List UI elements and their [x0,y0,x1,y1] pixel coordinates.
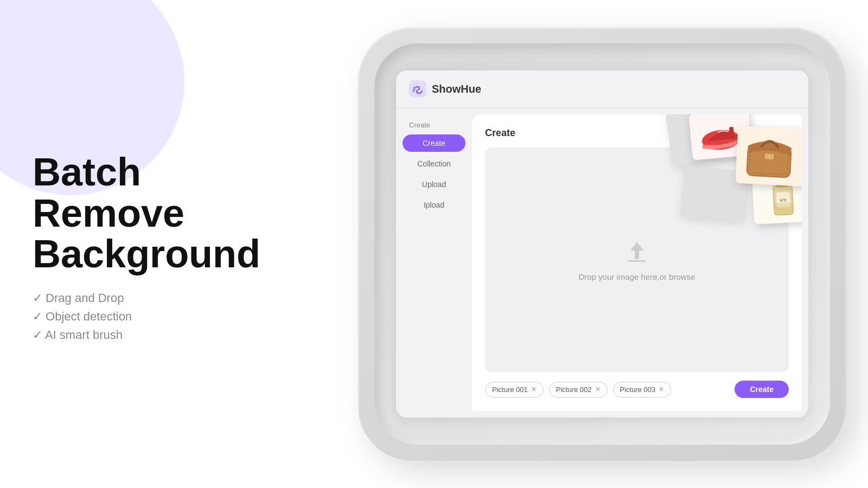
svg-point-1 [413,87,416,89]
sidebar-item-upload[interactable]: Upload [403,176,465,193]
sidebar-section-label: Create [403,119,465,131]
file-tag-2[interactable]: Picture 002 ✕ [549,382,608,397]
features-list: ✓ Drag and Drop ✓ Object detection ✓ AI … [33,291,260,342]
file-tag-1-close[interactable]: ✕ [531,386,537,393]
logo-icon [409,80,426,98]
feature-2: ✓ Object detection [33,310,260,324]
left-content: Batch Remove Background ✓ Drag and Drop … [33,152,260,346]
app-window: ShowHue Create Create Collection Upload … [396,70,808,418]
drop-zone-text: Drop your image here,or browse [578,272,695,281]
logo-text: ShowHue [432,83,481,95]
headline: Batch Remove Background [33,152,260,275]
sidebar-item-create[interactable]: Create [403,134,465,152]
main-content: Create Drop your image here,or browse Pi… [472,114,802,411]
file-tag-3-label: Picture 003 [620,386,656,394]
bottom-bar: Picture 001 ✕ Picture 002 ✕ Picture 003 … [485,381,789,398]
headline-line1: Batch [33,150,141,194]
file-tag-1-label: Picture 001 [492,386,528,394]
app-header: ShowHue [396,70,808,108]
svg-rect-0 [409,80,426,98]
sidebar: Create Create Collection Upload Ipload [396,108,472,418]
app-body: Create Create Collection Upload Ipload C… [396,108,808,418]
sidebar-item-ipload[interactable]: Ipload [403,196,465,214]
content-title: Create [485,127,789,139]
headline-line2: Remove [33,191,184,235]
svg-rect-2 [628,260,646,262]
file-tag-1[interactable]: Picture 001 ✕ [485,382,544,397]
drop-zone[interactable]: Drop your image here,or browse [485,147,789,372]
file-tag-3-close[interactable]: ✕ [659,386,664,393]
tray-container: ShowHue Create Create Collection Upload … [358,27,846,461]
create-button[interactable]: Create [735,381,789,398]
feature-3: ✓ AI smart brush [33,328,260,342]
file-tag-2-label: Picture 002 [556,386,592,394]
file-tag-2-close[interactable]: ✕ [595,386,601,393]
file-tag-3[interactable]: Picture 003 ✕ [613,382,672,397]
feature-1: ✓ Drag and Drop [33,291,260,305]
sidebar-item-collection[interactable]: Collection [403,155,465,172]
headline-line3: Background [33,232,260,275]
upload-icon [624,239,650,265]
